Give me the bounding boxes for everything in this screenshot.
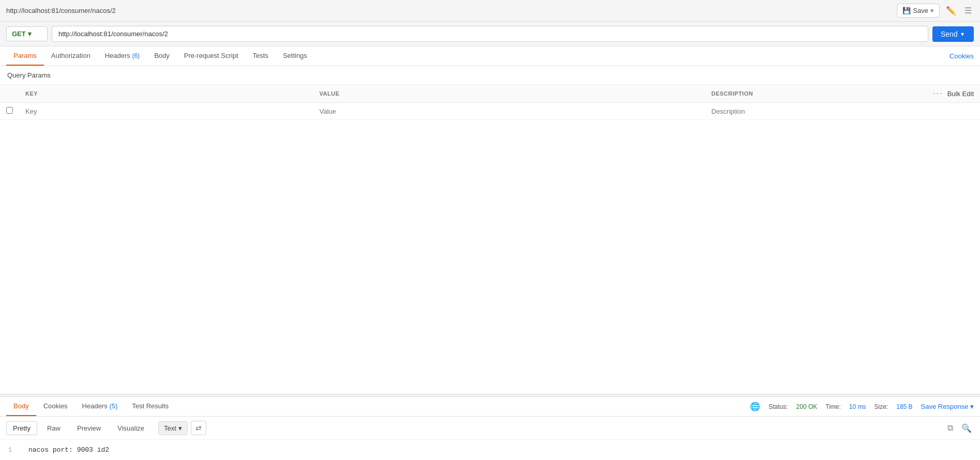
bulk-edit-button[interactable]: Bulk Edit: [947, 90, 974, 98]
response-headers-badge: (5): [109, 402, 117, 410]
value-cell: [313, 103, 705, 120]
save-button[interactable]: 💾 Save ▾: [897, 4, 940, 18]
response-section: Body Cookies Headers (5) Test Results 🌐 …: [0, 397, 980, 460]
tab-tests[interactable]: Tests: [246, 47, 276, 66]
line-number: 1: [8, 447, 12, 454]
tab-body[interactable]: Body: [147, 47, 177, 66]
row-action-cell: [884, 103, 980, 120]
response-status-bar: 🌐 Status: 200 OK Time: 10 ms Size: 185 B…: [750, 402, 974, 411]
response-content: nacos port: 9003 id2: [28, 446, 109, 454]
send-chevron: ▾: [961, 30, 964, 38]
copy-button[interactable]: ⧉: [945, 421, 955, 435]
row-checkbox-cell: [0, 103, 19, 120]
tab-settings[interactable]: Settings: [276, 47, 314, 66]
text-type-dropdown[interactable]: Text ▾: [158, 421, 188, 435]
key-input[interactable]: [25, 108, 307, 115]
th-value: VALUE: [313, 85, 705, 103]
response-tab-cookies[interactable]: Cookies: [36, 397, 75, 416]
cookies-link[interactable]: Cookies: [949, 47, 974, 65]
edit-icon-button[interactable]: ✏️: [944, 4, 958, 18]
format-actions: ⧉ 🔍: [945, 421, 974, 435]
response-body: 1 nacos port: 9003 id2: [0, 440, 980, 460]
tab-prerequest[interactable]: Pre-request Script: [177, 47, 246, 66]
wrap-icon: ⇄: [195, 424, 202, 432]
format-raw-button[interactable]: Raw: [40, 421, 67, 435]
menu-icon-button[interactable]: ☰: [962, 4, 974, 18]
params-table: KEY VALUE DESCRIPTION ··· Bulk Edit: [0, 85, 980, 120]
save-label: Save: [913, 7, 928, 14]
format-visualize-button[interactable]: Visualize: [111, 421, 151, 435]
top-bar: http://localhost:81/consumer/nacos/2 💾 S…: [0, 0, 980, 22]
url-input[interactable]: [52, 26, 928, 42]
request-tabs-bar: Params Authorization Headers (6) Body Pr…: [0, 47, 980, 66]
main-layout: http://localhost:81/consumer/nacos/2 💾 S…: [0, 0, 980, 460]
tab-headers[interactable]: Headers (6): [98, 47, 147, 66]
time-label: Time:: [825, 403, 841, 410]
response-tabs-left: Body Cookies Headers (5) Test Results: [6, 397, 176, 416]
search-button[interactable]: 🔍: [959, 421, 974, 435]
time-value: 10 ms: [849, 403, 866, 410]
request-tabs-left: Params Authorization Headers (6) Body Pr…: [6, 47, 314, 66]
key-cell: [19, 103, 313, 120]
more-options-button[interactable]: ···: [933, 89, 943, 98]
query-params-title: Query Params: [0, 66, 980, 85]
tab-params[interactable]: Params: [6, 47, 44, 66]
query-params-area: Query Params KEY VALUE DESCRIPTION: [0, 66, 980, 394]
text-type-label: Text: [164, 424, 176, 432]
status-label: Status:: [768, 403, 788, 410]
globe-icon: 🌐: [750, 402, 760, 411]
size-value: 185 B: [896, 403, 912, 410]
format-preview-button[interactable]: Preview: [70, 421, 108, 435]
url-bar: GET ▾ Send ▾: [0, 22, 980, 47]
save-icon: 💾: [902, 7, 911, 14]
value-input[interactable]: [320, 108, 699, 115]
status-value: 200 OK: [796, 403, 818, 410]
tab-authorization[interactable]: Authorization: [44, 47, 98, 66]
response-tabs-bar: Body Cookies Headers (5) Test Results 🌐 …: [0, 397, 980, 417]
th-key: KEY: [19, 85, 313, 103]
table-row: [0, 103, 980, 120]
row-checkbox[interactable]: [6, 107, 13, 114]
headers-badge: (6): [132, 52, 140, 59]
response-tab-test-results[interactable]: Test Results: [125, 397, 176, 416]
page-title: http://localhost:81/consumer/nacos/2: [6, 7, 116, 14]
send-button[interactable]: Send ▾: [932, 26, 974, 42]
save-response-button[interactable]: Save Response ▾: [921, 403, 974, 410]
size-label: Size:: [875, 403, 888, 410]
top-bar-actions: 💾 Save ▾ ✏️ ☰: [897, 4, 974, 18]
th-checkbox: [0, 85, 19, 103]
send-label: Send: [941, 30, 958, 38]
text-type-chevron: ▾: [178, 424, 182, 432]
wrap-lines-button[interactable]: ⇄: [191, 421, 206, 435]
response-tab-headers[interactable]: Headers (5): [75, 397, 125, 416]
desc-cell: [705, 103, 884, 120]
method-chevron: ▾: [28, 30, 32, 38]
method-dropdown[interactable]: GET ▾: [6, 26, 48, 41]
th-actions: ··· Bulk Edit: [884, 85, 980, 103]
save-chevron: ▾: [930, 7, 934, 14]
desc-input[interactable]: [712, 108, 878, 115]
method-label: GET: [12, 30, 26, 38]
format-pretty-button[interactable]: Pretty: [6, 421, 37, 435]
th-description: DESCRIPTION: [705, 85, 884, 103]
format-bar: Pretty Raw Preview Visualize Text ▾ ⇄ ⧉ …: [0, 417, 980, 440]
response-tab-body[interactable]: Body: [6, 397, 36, 416]
